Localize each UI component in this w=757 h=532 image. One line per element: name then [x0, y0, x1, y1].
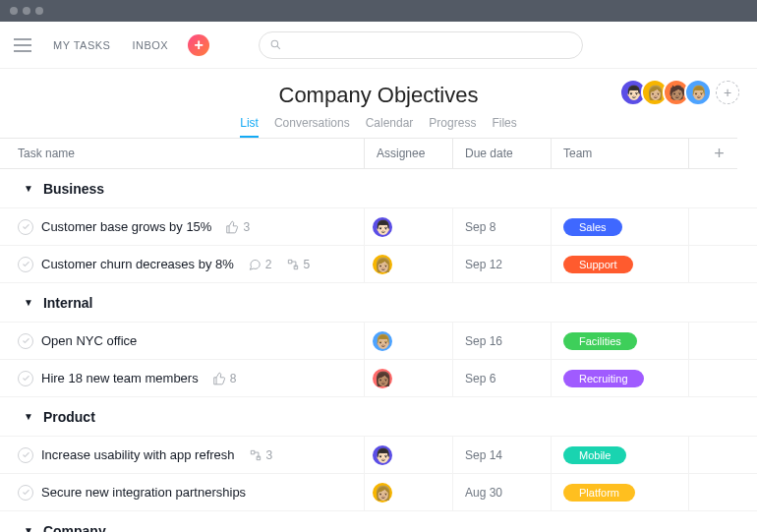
extra-cell	[688, 360, 737, 396]
col-team: Team	[551, 138, 688, 169]
team-cell[interactable]: Mobile	[551, 437, 688, 473]
team-tag: Platform	[563, 484, 635, 502]
team-tag: Facilities	[563, 332, 637, 350]
extra-cell	[688, 208, 737, 245]
team-cell[interactable]: Support	[551, 246, 688, 282]
task-row[interactable]: Customer churn decreases by 8% 2 5👩🏼Sep …	[0, 246, 757, 283]
extra-cell	[688, 246, 737, 282]
complete-checkbox[interactable]	[18, 485, 33, 501]
add-member-button[interactable]: +	[716, 81, 739, 104]
caret-down-icon: ▼	[24, 183, 33, 194]
team-tag: Recruiting	[563, 370, 644, 387]
nav-inbox[interactable]: INBOX	[132, 39, 168, 51]
task-name: Customer churn decreases by 8%	[41, 257, 234, 271]
section-header[interactable]: ▼Company	[0, 511, 757, 532]
tab-files[interactable]: Files	[492, 116, 516, 138]
assignee-avatar: 👩🏼	[371, 481, 394, 504]
task-name: Secure new integration partnerships	[41, 485, 246, 500]
add-column-button[interactable]: +	[688, 138, 737, 169]
col-due-date: Due date	[452, 138, 551, 169]
task-name: Hire 18 new team members	[41, 371, 199, 385]
traffic-light-min[interactable]	[23, 7, 30, 15]
due-date-cell[interactable]: Aug 30	[452, 474, 551, 510]
traffic-light-close[interactable]	[10, 7, 18, 15]
assignee-avatar: 👩🏼	[371, 253, 394, 276]
task-row[interactable]: Hire 18 new team members 8👩🏽Sep 6Recruit…	[0, 360, 757, 397]
due-date-cell[interactable]: Sep 6	[452, 360, 551, 396]
traffic-light-max[interactable]	[35, 7, 43, 15]
assignee-cell[interactable]: 👩🏽	[364, 360, 452, 396]
complete-checkbox[interactable]	[18, 371, 33, 386]
assignee-cell[interactable]: 👨🏼	[364, 323, 452, 359]
task-row[interactable]: Increase usability with app refresh 3👨🏻S…	[0, 437, 757, 474]
complete-checkbox[interactable]	[18, 447, 33, 463]
subtask-count: 3	[249, 448, 273, 462]
team-cell[interactable]: Platform	[551, 474, 688, 510]
due-date-cell[interactable]: Sep 8	[452, 208, 551, 245]
complete-checkbox[interactable]	[18, 333, 33, 349]
task-row[interactable]: Secure new integration partnerships👩🏼Aug…	[0, 474, 757, 511]
due-date-cell[interactable]: Sep 12	[452, 246, 551, 282]
due-date-cell[interactable]: Sep 14	[452, 437, 551, 473]
member-avatar[interactable]: 👨🏼	[684, 79, 712, 106]
task-name: Customer base grows by 15%	[41, 219, 211, 234]
team-cell[interactable]: Recruiting	[551, 360, 688, 396]
top-bar: MY TASKS INBOX +	[0, 22, 757, 69]
task-name: Increase usability with app refresh	[41, 447, 235, 462]
section-header[interactable]: ▼Internal	[0, 283, 757, 323]
section-header[interactable]: ▼Business	[0, 169, 757, 208]
complete-checkbox[interactable]	[18, 257, 33, 272]
col-assignee: Assignee	[364, 138, 452, 169]
tab-progress[interactable]: Progress	[429, 116, 476, 138]
comment-count: 2	[248, 258, 272, 271]
svg-line-1	[277, 46, 280, 49]
col-task-name: Task name	[0, 138, 364, 169]
assignee-avatar: 👨🏼	[371, 329, 394, 353]
view-tabs: ListConversationsCalendarProgressFiles	[18, 116, 739, 138]
like-count: 3	[225, 220, 250, 234]
complete-checkbox[interactable]	[18, 219, 33, 235]
assignee-cell[interactable]: 👩🏼	[364, 474, 452, 510]
task-row[interactable]: Customer base grows by 15% 3👨🏻Sep 8Sales	[0, 208, 757, 246]
section-name: Internal	[43, 295, 93, 311]
assignee-avatar: 👩🏽	[371, 367, 394, 390]
window-chrome	[0, 0, 757, 22]
team-tag: Mobile	[563, 446, 626, 464]
assignee-cell[interactable]: 👨🏻	[364, 208, 452, 245]
extra-cell	[688, 323, 737, 359]
subtask-count: 5	[286, 258, 311, 271]
task-row[interactable]: Open NYC office👨🏼Sep 16Facilities	[0, 323, 757, 360]
tab-list[interactable]: List	[240, 116, 259, 138]
section-name: Business	[43, 181, 104, 197]
task-name: Open NYC office	[41, 333, 137, 348]
assignee-cell[interactable]: 👩🏼	[364, 246, 452, 282]
assignee-avatar: 👨🏻	[371, 215, 394, 239]
search-icon	[269, 38, 282, 51]
like-count: 8	[212, 372, 237, 385]
extra-cell	[688, 437, 737, 473]
team-cell[interactable]: Facilities	[551, 323, 688, 359]
extra-cell	[688, 474, 737, 510]
section-name: Company	[43, 523, 106, 533]
assignee-avatar: 👨🏻	[371, 443, 394, 467]
column-headers: Task name Assignee Due date Team +	[0, 138, 757, 169]
global-add-button[interactable]: +	[188, 34, 209, 56]
nav-my-tasks[interactable]: MY TASKS	[53, 39, 110, 51]
tab-conversations[interactable]: Conversations	[274, 116, 350, 138]
section-header[interactable]: ▼Product	[0, 397, 757, 437]
project-header: Company Objectives 👨🏻👩🏼🧑🏽👨🏼+ ListConvers…	[0, 69, 757, 138]
due-date-cell[interactable]: Sep 16	[452, 323, 551, 359]
search-input[interactable]	[259, 31, 583, 59]
team-tag: Support	[563, 256, 633, 273]
team-cell[interactable]: Sales	[551, 208, 688, 245]
menu-icon[interactable]	[14, 38, 31, 52]
caret-down-icon: ▼	[24, 297, 33, 308]
assignee-cell[interactable]: 👨🏻	[364, 437, 452, 473]
svg-point-0	[271, 40, 278, 47]
section-name: Product	[43, 409, 95, 425]
project-members: 👨🏻👩🏼🧑🏽👨🏼+	[625, 79, 739, 106]
task-list: ▼BusinessCustomer base grows by 15% 3👨🏻S…	[0, 169, 757, 532]
caret-down-icon: ▼	[24, 525, 33, 532]
tab-calendar[interactable]: Calendar	[366, 116, 414, 138]
team-tag: Sales	[563, 218, 622, 236]
